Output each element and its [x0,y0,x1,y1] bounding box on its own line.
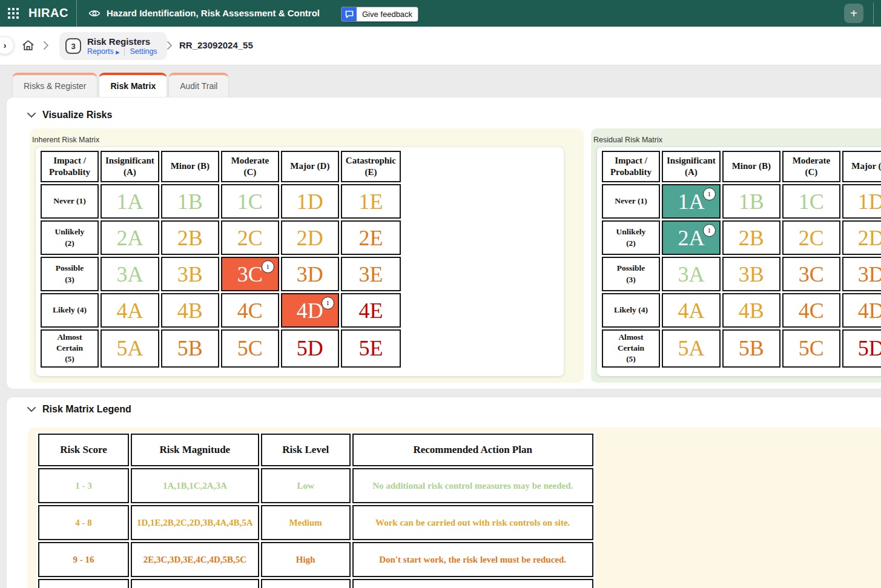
matrix-cell-1C[interactable]: 1C [782,184,840,219]
app-logo[interactable]: HIRAC [28,6,68,20]
breadcrumb-risk-registers[interactable]: 3 Risk Registers Reports ▶ Settings [59,32,167,60]
link-divider [124,48,125,56]
risk-code: 3A [116,262,143,286]
matrix-cell-4B[interactable]: 4B [722,293,780,328]
visualize-risks-header[interactable]: Visualize Risks [27,110,112,121]
matrix-cell-1B[interactable]: 1B [161,184,219,219]
matrix-cell-1A[interactable]: 1A [101,184,159,219]
matrix-cell-1D[interactable]: 1D [842,184,881,219]
settings-link[interactable]: Settings [130,47,157,56]
matrix-cell-4E[interactable]: 4E [341,293,401,328]
legend-panel: Risk ScoreRisk MagnitudeRisk LevelRecomm… [28,428,881,588]
matrix-cell-3E[interactable]: 3E [341,257,401,291]
header-divider [76,0,77,27]
chat-bubble-icon [342,7,357,21]
matrix-cell-2B[interactable]: 2B [161,220,219,255]
matrix-cell-5C[interactable]: 5C [221,329,279,368]
residual-matrix-label: Residual Risk Matrix [593,136,662,144]
matrix-cell-3B[interactable]: 3B [722,257,780,291]
legend-header[interactable]: Risk Matrix Legend [27,404,131,415]
matrix-cell-1C[interactable]: 1C [221,184,279,219]
matrix-cell-2C[interactable]: 2C [221,220,279,255]
chevron-down-icon [27,407,36,412]
chevron-down-icon [27,113,36,118]
matrix-cell-2D[interactable]: 2D [281,220,339,255]
matrix-row-header: Never (1) [41,184,99,219]
matrix-cell-2E[interactable]: 2E [341,220,401,255]
risk-code: 4C [237,299,263,323]
legend-magnitude [131,579,259,588]
legend-column-header: Recommended Action Plan [352,434,593,466]
risk-code: 2E [358,226,383,250]
matrix-cell-3C[interactable]: 3C1 [221,257,279,291]
tab-bar: Risks & Register Risk Matrix Audit Trail [12,73,229,97]
risk-code: 3B [739,262,764,286]
matrix-cell-3D[interactable]: 3D [842,257,881,291]
risk-code: 5A [116,336,143,360]
matrix-cell-3B[interactable]: 3B [161,257,219,291]
risk-matrix-legend-card: Risk Matrix Legend Risk ScoreRisk Magnit… [6,397,881,588]
matrix-cell-2B[interactable]: 2B [722,220,780,255]
matrix-cell-5A[interactable]: 5A [101,329,159,368]
matrix-cell-4D[interactable]: 4D [842,293,881,328]
matrix-cell-5A[interactable]: 5A [662,329,721,368]
matrix-cell-4A[interactable]: 4A [662,293,721,328]
eye-icon [88,8,101,21]
risk-code: 1C [799,190,824,214]
risk-code: 1A [678,190,704,214]
risk-code: 4C [799,299,824,323]
risk-count-badge[interactable]: 1 [703,188,716,200]
matrix-cell-3C[interactable]: 3C [782,257,840,291]
reports-link[interactable]: Reports ▶ [87,47,119,56]
top-header: HIRAC Hazard Identification, Risk Assess… [0,0,881,27]
tab-risk-matrix[interactable]: Risk Matrix [99,73,167,97]
legend-column-header: Risk Score [38,434,129,466]
legend-magnitude: 2E,3C,3D,3E,4C,4D,5B,5C [131,542,259,577]
matrix-cell-1B[interactable]: 1B [722,184,780,219]
matrix-cell-1A[interactable]: 1A1 [662,184,721,219]
app-grid-icon[interactable] [8,8,19,19]
matrix-cell-4D[interactable]: 4D1 [281,293,339,328]
matrix-corner-header: Impact / Probablity [41,151,99,182]
matrix-cell-4B[interactable]: 4B [161,293,219,328]
matrix-cell-5D[interactable]: 5D [281,329,339,368]
risk-count-badge[interactable]: 1 [262,260,274,273]
matrix-cell-2A[interactable]: 2A [101,220,159,255]
matrix-cell-4C[interactable]: 4C [782,293,840,328]
risk-code: 5B [177,336,203,360]
home-icon[interactable] [22,39,35,54]
matrix-cell-3A[interactable]: 3A [101,257,159,291]
matrix-cell-5E[interactable]: 5E [341,329,401,368]
risk-code: 4B [177,299,203,323]
residual-risk-matrix-panel: Residual Risk Matrix Impact / Probablity… [591,128,881,383]
matrix-cell-5B[interactable]: 5B [161,329,219,368]
matrix-cell-5B[interactable]: 5B [722,329,780,368]
matrix-cell-4C[interactable]: 4C [221,293,279,328]
matrix-cell-2C[interactable]: 2C [782,220,840,255]
matrix-cell-1E[interactable]: 1E [341,184,401,219]
risk-code: 5D [858,336,881,360]
risk-code: 2C [237,226,263,250]
matrix-cell-3A[interactable]: 3A [662,257,721,291]
inherent-risk-matrix-panel: Inherent Risk Matrix Impact / Probablity… [30,128,584,383]
risk-code: 2B [739,226,764,250]
matrix-cell-2D[interactable]: 2D [842,220,881,255]
matrix-cell-4A[interactable]: 4A [101,293,159,328]
risk-count-badge[interactable]: 1 [322,297,334,309]
tab-audit-trail[interactable]: Audit Trail [168,73,229,97]
matrix-row-header: Almost Certain (5) [41,329,99,368]
matrix-column-header: Major (D) [842,151,881,182]
breadcrumb-current-register: RR_23092024_55 [179,40,253,50]
matrix-cell-1D[interactable]: 1D [281,184,339,219]
legend-action: Work can be carried out with risk contro… [352,505,593,540]
tab-risks-and-register[interactable]: Risks & Register [12,73,97,97]
matrix-cell-5C[interactable]: 5C [782,329,840,368]
matrix-cell-5D[interactable]: 5D [842,329,881,368]
expand-sidebar-button[interactable]: › [0,36,14,55]
risk-code: 2A [116,226,143,250]
matrix-cell-2A[interactable]: 2A1 [662,220,721,255]
give-feedback-button[interactable]: Give feedback [341,7,418,22]
add-button[interactable]: + [844,4,863,23]
risk-count-badge[interactable]: 1 [703,224,716,237]
matrix-cell-3D[interactable]: 3D [281,257,339,291]
